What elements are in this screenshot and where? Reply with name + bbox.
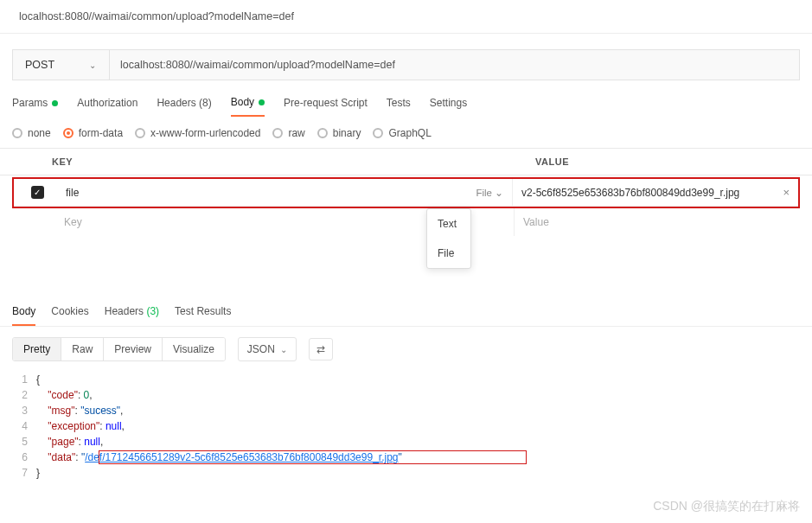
request-tabs: Params Authorization Headers (8) Body Pr…	[0, 80, 812, 117]
remove-file-icon[interactable]: ×	[783, 186, 790, 199]
view-preview[interactable]: Preview	[104, 338, 163, 360]
bodytype-formdata[interactable]: form-data	[63, 127, 123, 139]
radio-icon	[135, 128, 145, 138]
body-type-row: none form-data x-www-form-urlencoded raw…	[0, 117, 812, 148]
view-mode-row: Pretty Raw Preview Visualize JSON⌄ ⇄	[0, 327, 812, 372]
dot-indicator	[52, 100, 58, 106]
radio-icon	[373, 128, 383, 138]
view-mode-group: Pretty Raw Preview Visualize	[12, 337, 226, 361]
tab-headers[interactable]: Headers (8)	[157, 96, 211, 117]
check-icon: ✓	[31, 186, 44, 199]
tab-body[interactable]: Body	[231, 96, 265, 117]
view-raw[interactable]: Raw	[61, 338, 104, 360]
value-input[interactable]: Value	[515, 216, 800, 228]
value-cell[interactable]: v2-5c6f8525e653683b76bf800849dd3e99_r.jp…	[513, 186, 798, 199]
key-header: KEY	[47, 156, 527, 167]
highlighted-row: ✓ file File⌄ v2-5c6f8525e653683b76bf8008…	[12, 177, 800, 208]
tab-prerequest[interactable]: Pre-request Script	[284, 96, 368, 117]
table-row: ✓ file File⌄ v2-5c6f8525e653683b76bf8008…	[14, 179, 798, 207]
response-tabs: Body Cookies Headers (3) Test Results	[0, 236, 812, 327]
bodytype-binary[interactable]: binary	[317, 127, 361, 139]
dropdown-file[interactable]: File	[427, 239, 470, 268]
type-dropdown: Text File	[426, 208, 471, 269]
method-label: POST	[25, 59, 54, 71]
url-display: localhost:8080//waimai/common/upload?mod…	[19, 10, 294, 22]
tab-params[interactable]: Params	[12, 96, 58, 117]
view-pretty[interactable]: Pretty	[13, 338, 61, 360]
format-selector[interactable]: JSON⌄	[238, 337, 297, 361]
address-bar: localhost:8080//waimai/common/upload?mod…	[0, 0, 812, 34]
radio-icon	[63, 128, 74, 138]
brace: }	[36, 465, 40, 481]
tab-settings[interactable]: Settings	[430, 96, 467, 117]
resp-tab-cookies[interactable]: Cookies	[51, 305, 88, 326]
bodytype-none[interactable]: none	[12, 127, 51, 139]
bodytype-raw[interactable]: raw	[272, 127, 304, 139]
table-row-empty: Key Value	[12, 208, 800, 236]
bodytype-xwww[interactable]: x-www-form-urlencoded	[135, 127, 260, 139]
chevron-down-icon: ⌄	[495, 187, 503, 199]
key-cell[interactable]: file File⌄	[61, 179, 513, 206]
response-body: 1{ 2 "code": 0, 3 "msg": "sucess", 4 "ex…	[0, 372, 812, 481]
resp-tab-body[interactable]: Body	[12, 305, 35, 326]
request-url-input[interactable]: localhost:8080//waimai/common/upload?mod…	[110, 50, 799, 80]
key-text: file	[66, 187, 79, 199]
value-text: v2-5c6f8525e653683b76bf800849dd3e99_r.jp…	[521, 187, 739, 199]
resp-tab-headers[interactable]: Headers (3)	[105, 305, 159, 326]
row-checkbox[interactable]: ✓	[14, 186, 61, 199]
value-header: VALUE	[527, 156, 812, 167]
wrap-lines-icon[interactable]: ⇄	[309, 338, 333, 360]
dropdown-text[interactable]: Text	[427, 209, 470, 239]
dot-indicator	[259, 99, 265, 105]
formdata-header: KEY VALUE	[0, 148, 812, 175]
watermark: CSDN @很搞笑的在打麻将	[653, 499, 800, 514]
radio-icon	[317, 128, 328, 138]
method-selector[interactable]: POST ⌄	[13, 50, 110, 80]
chevron-down-icon: ⌄	[280, 345, 287, 354]
tab-authorization[interactable]: Authorization	[77, 96, 137, 117]
chevron-down-icon: ⌄	[89, 61, 96, 70]
request-row: POST ⌄ localhost:8080//waimai/common/upl…	[12, 49, 800, 80]
view-visualize[interactable]: Visualize	[163, 338, 225, 360]
data-link[interactable]: /def/1712456651289v2-5c6f8525e653683b76b…	[85, 451, 398, 463]
resp-tab-tests[interactable]: Test Results	[175, 305, 231, 326]
type-selector[interactable]: File⌄	[476, 187, 503, 199]
radio-icon	[272, 128, 283, 138]
brace: {	[36, 372, 40, 387]
radio-icon	[12, 128, 22, 138]
bodytype-graphql[interactable]: GraphQL	[373, 127, 431, 139]
tab-tests[interactable]: Tests	[387, 96, 411, 117]
